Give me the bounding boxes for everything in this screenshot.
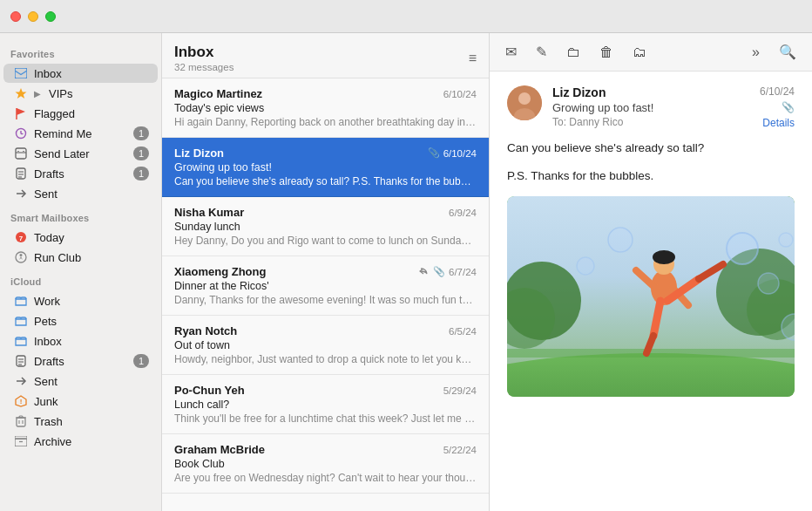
avatar <box>507 85 542 120</box>
msg-date-msg5: 6/5/24 <box>449 326 477 337</box>
sidebar-item-pets[interactable]: Pets <box>3 311 158 330</box>
message-header-msg7: Graham McBride5/22/24 <box>174 443 477 456</box>
sidebar-item-send-later[interactable]: Send Later1 <box>3 144 158 163</box>
detail-pane: ✉ ✎ 🗀 🗑 🗂 » 🔍 Liz Dizon Grow <box>490 33 812 511</box>
flagged-label: Flagged <box>34 107 149 120</box>
icloud-sent-label: Sent <box>34 375 149 388</box>
remind-me-label: Remind Me <box>34 127 127 140</box>
inbox-icon <box>14 66 28 80</box>
today-label: Today <box>34 231 149 244</box>
detail-subject: Growing up too fast! <box>552 101 749 114</box>
sidebar-item-icloud-drafts[interactable]: Drafts1 <box>3 351 158 371</box>
drafts-badge: 1 <box>133 167 149 181</box>
drafts-label: Drafts <box>34 167 127 181</box>
close-button[interactable] <box>10 11 21 22</box>
sidebar-item-work[interactable]: Work <box>3 291 158 310</box>
sidebar-item-flagged[interactable]: Flagged <box>3 104 158 123</box>
icloud-inbox-icon <box>14 334 28 348</box>
replied-icon-msg4 <box>419 267 430 277</box>
search-icon[interactable]: 🔍 <box>777 42 798 62</box>
sidebar-item-remind-me[interactable]: Remind Me1 <box>3 124 158 143</box>
message-item-msg2[interactable]: Liz Dizon📎6/10/24Growing up too fast!Can… <box>162 138 489 197</box>
msg-date-msg2: 6/10/24 <box>443 148 477 159</box>
sidebar-item-vips[interactable]: ▶VIPs <box>3 84 158 103</box>
svg-point-39 <box>507 353 795 397</box>
archive-icon <box>14 434 28 448</box>
message-items: Magico Martinez6/10/24Today's epic views… <box>162 78 489 511</box>
msg-subject-msg1: Today's epic views <box>174 102 477 114</box>
svg-point-19 <box>20 254 23 256</box>
svg-rect-29 <box>19 416 23 418</box>
inbox-title: Inbox <box>174 44 233 61</box>
sidebar-item-archive[interactable]: Archive <box>3 432 158 451</box>
sidebar-item-icloud-sent[interactable]: Sent <box>3 371 158 391</box>
detail-meta: Liz Dizon Growing up too fast! To: Danny… <box>552 85 749 128</box>
more-icon[interactable]: » <box>750 43 761 62</box>
detail-body-line2: P.S. Thanks for the bubbles. <box>507 167 795 185</box>
message-item-msg4[interactable]: Xiaomeng Zhong📎6/7/24Dinner at the Ricos… <box>162 256 489 316</box>
inbox-label: Inbox <box>34 67 149 80</box>
detail-image <box>507 196 795 397</box>
send-later-badge: 1 <box>133 146 149 160</box>
pets-icon <box>14 314 28 328</box>
send-later-label: Send Later <box>34 147 127 160</box>
msg-preview-msg7: Are you free on Wednesday night? Can't w… <box>174 472 477 484</box>
message-item-msg3[interactable]: Nisha Kumar6/9/24Sunday lunchHey Danny, … <box>162 197 489 256</box>
junk-label: Junk <box>34 395 149 408</box>
detail-content: Liz Dizon Growing up too fast! To: Danny… <box>490 72 812 511</box>
icloud-drafts-badge: 1 <box>133 354 149 368</box>
sent-icon <box>14 187 28 201</box>
svg-marker-1 <box>16 88 27 99</box>
msg-sender-msg3: Nisha Kumar <box>174 206 244 219</box>
svg-point-57 <box>779 233 793 247</box>
sidebar-item-drafts[interactable]: Drafts1 <box>3 164 158 183</box>
message-item-msg5[interactable]: Ryan Notch6/5/24Out of townHowdy, neighb… <box>162 316 489 375</box>
message-item-msg1[interactable]: Magico Martinez6/10/24Today's epic views… <box>162 78 489 138</box>
msg-preview-msg2: Can you believe she's already so tall? P… <box>174 175 477 187</box>
work-icon <box>14 294 28 308</box>
sidebar-item-run-club[interactable]: Run Club <box>3 248 158 267</box>
msg-subject-msg2: Growing up too fast! <box>174 161 477 174</box>
msg-subject-msg5: Out of town <box>174 339 477 351</box>
delete-icon[interactable]: 🗑 <box>598 43 615 62</box>
svg-point-36 <box>518 92 531 105</box>
msg-preview-msg5: Howdy, neighbor, Just wanted to drop a q… <box>174 353 477 365</box>
send-later-icon <box>14 146 28 160</box>
sort-icon[interactable]: ≡ <box>469 51 477 66</box>
details-link[interactable]: Details <box>762 117 795 129</box>
message-header-msg5: Ryan Notch6/5/24 <box>174 324 477 337</box>
sent-label: Sent <box>34 187 149 201</box>
sidebar-item-trash[interactable]: Trash <box>3 412 158 431</box>
vips-label: VIPs <box>49 87 149 100</box>
sidebar-item-junk[interactable]: !Junk <box>3 392 158 411</box>
detail-header: Liz Dizon Growing up too fast! To: Danny… <box>507 85 795 129</box>
sidebar-item-inbox[interactable]: Inbox <box>3 64 158 83</box>
message-item-msg6[interactable]: Po-Chun Yeh5/29/24Lunch call?Think you'l… <box>162 375 489 434</box>
detail-header-right: 6/10/24 📎 Details <box>760 85 795 129</box>
reply-icon[interactable]: ✉ <box>504 42 518 62</box>
maximize-button[interactable] <box>45 11 56 22</box>
message-list: Inbox 32 messages ≡ Magico Martinez6/10/… <box>162 33 490 511</box>
msg-date-msg7: 5/22/24 <box>443 445 477 455</box>
msg-preview-msg4: Danny, Thanks for the awesome evening! I… <box>174 294 477 306</box>
attachment-icon-msg2: 📎 <box>428 147 440 159</box>
archive-icon[interactable]: 🗀 <box>565 43 582 62</box>
attachment-icon: 📎 <box>782 101 795 113</box>
message-item-msg7[interactable]: Graham McBride5/22/24Book ClubAre you fr… <box>162 434 489 494</box>
sidebar-item-icloud-inbox[interactable]: Inbox <box>3 331 158 351</box>
sidebar-item-today[interactable]: 7Today <box>3 228 158 247</box>
compose-icon[interactable]: ✎ <box>534 42 549 62</box>
message-header-msg2: Liz Dizon📎6/10/24 <box>174 146 477 160</box>
icloud-sent-icon <box>14 374 28 388</box>
sidebar-item-sent[interactable]: Sent <box>3 184 158 203</box>
detail-date: 6/10/24 <box>760 85 795 98</box>
title-bar <box>0 0 812 33</box>
icloud-inbox-label: Inbox <box>34 335 149 348</box>
move-icon[interactable]: 🗂 <box>631 43 648 62</box>
msg-date-msg3: 6/9/24 <box>449 208 477 218</box>
vips-icon <box>14 86 28 100</box>
sidebar: FavoritesInbox▶VIPsFlaggedRemind Me1Send… <box>0 33 162 511</box>
vips-chevron: ▶ <box>34 89 41 99</box>
junk-icon: ! <box>14 394 28 408</box>
minimize-button[interactable] <box>28 11 38 22</box>
